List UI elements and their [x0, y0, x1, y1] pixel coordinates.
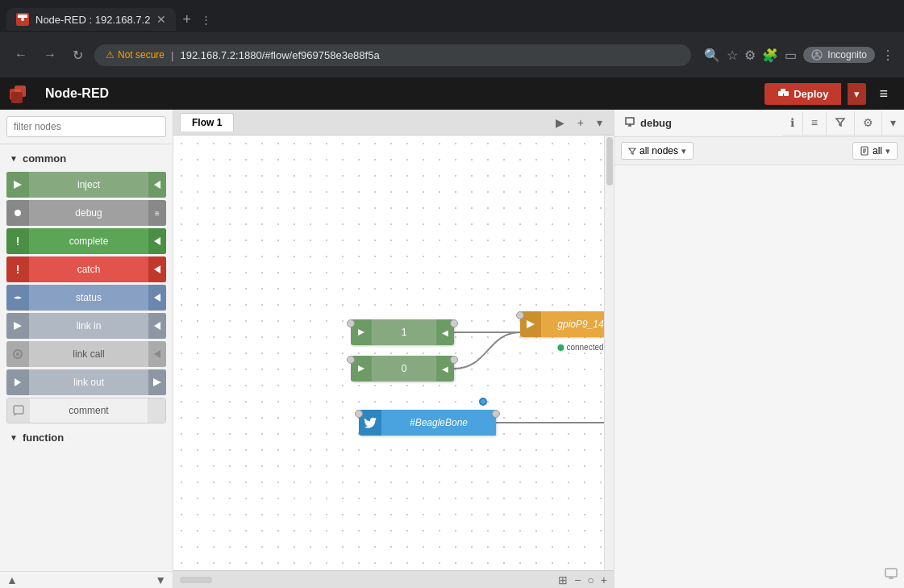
bookmark-icon[interactable]: ☆ [727, 48, 738, 63]
node-item-link-call[interactable]: link call [6, 341, 166, 367]
tab-more-btn[interactable]: ⋮ [198, 10, 215, 29]
flow-node-inject1[interactable]: 1 ◀ [351, 319, 454, 345]
settings-icon[interactable]: ⚙ [744, 48, 756, 63]
browser-tab[interactable]: Node-RED : 192.168.7.2 ✕ [6, 8, 176, 31]
extensions-icon[interactable]: 🧩 [762, 48, 778, 63]
link-out-right-icon [148, 369, 166, 395]
scroll-up-btn[interactable]: ▲ [6, 573, 18, 586]
scroll-down-btn[interactable]: ▼ [155, 573, 166, 586]
node-item-link-out[interactable]: link out [6, 369, 166, 395]
node-item-catch[interactable]: ! catch [6, 256, 166, 282]
address-bar[interactable]: ⚠ Not secure | 192.168.7.2:1880/#flow/ef… [94, 44, 691, 66]
start-flow-btn[interactable]: ▶ [551, 115, 569, 131]
tab-close-btn[interactable]: ✕ [156, 13, 166, 26]
deploy-dropdown-btn[interactable]: ▾ [848, 83, 866, 105]
svg-marker-21 [154, 350, 160, 358]
filter-dropdown-arrow: ▾ [681, 146, 686, 156]
clear-label: all [873, 145, 882, 156]
forward-btn[interactable]: → [39, 43, 61, 67]
category-function-label: function [23, 432, 64, 444]
refresh-btn[interactable]: ↻ [68, 43, 88, 68]
svg-marker-23 [153, 378, 161, 386]
debug-panel: debug ℹ ≡ ⚙ ▾ all nodes ▾ [614, 110, 904, 588]
complete-icon: ! [6, 228, 29, 254]
debug-panel-icon [624, 116, 635, 130]
canvas-scroll-v[interactable] [604, 136, 614, 570]
svg-marker-26 [358, 329, 365, 336]
flow-node-inject0[interactable]: 0 ◀ [351, 356, 454, 382]
twitter-label: #BeagleBone [381, 410, 496, 436]
svg-marker-12 [154, 181, 160, 189]
debug-panel-header: debug ℹ ≡ ⚙ ▾ [614, 110, 904, 137]
twitter-port-left [355, 410, 363, 418]
node-item-complete[interactable]: ! complete [6, 228, 166, 254]
canvas-scroll-v-thumb [606, 137, 613, 186]
node-item-debug[interactable]: debug ≡ [6, 200, 166, 226]
debug-info-btn[interactable]: ℹ [782, 111, 803, 135]
flow-node-gpio[interactable]: gpioP9_14 connected [520, 311, 614, 337]
filter-label: all nodes [639, 145, 678, 156]
fit-view-btn[interactable]: ⊞ [558, 573, 568, 586]
link-in-icon [6, 313, 29, 339]
flow-node-twitter[interactable]: #BeagleBone [359, 410, 496, 436]
flow-canvas[interactable]: 1 ◀ 0 ◀ [173, 136, 614, 570]
menu-icon[interactable]: ⋮ [881, 48, 894, 63]
category-function: ▼ function [6, 427, 166, 448]
gpio-label: gpioP9_14 [541, 311, 614, 337]
node-item-link-in[interactable]: link in [6, 313, 166, 339]
complete-label: complete [29, 228, 148, 254]
zoom-in-btn[interactable]: + [601, 573, 607, 586]
filter-nodes-input[interactable] [6, 116, 166, 137]
svg-marker-28 [527, 320, 535, 328]
svg-marker-14 [154, 237, 160, 245]
debug-dropdown-btn[interactable]: ▾ [882, 111, 904, 135]
inject-right-icon [148, 172, 166, 198]
search-icon[interactable]: 🔍 [704, 48, 720, 63]
flow-menu-btn[interactable]: ▾ [592, 115, 607, 131]
app: Node-RED Deploy ▾ ≡ ▼ common [0, 77, 904, 588]
clear-debug-btn[interactable]: all ▾ [852, 142, 898, 160]
svg-rect-24 [14, 406, 23, 414]
hamburger-menu-btn[interactable]: ≡ [873, 82, 894, 106]
svg-rect-10 [781, 89, 785, 94]
canvas-scroll-h[interactable] [180, 577, 212, 583]
zoom-out-btn[interactable]: − [574, 573, 581, 586]
inject-label: inject [29, 172, 148, 198]
link-in-label: link in [29, 313, 148, 339]
filter-all-nodes-btn[interactable]: all nodes ▾ [621, 142, 694, 160]
svg-point-20 [16, 352, 19, 356]
debug-list-btn[interactable]: ≡ [803, 111, 827, 135]
svg-marker-16 [154, 294, 160, 302]
flow-area: Flow 1 ▶ + ▾ [173, 110, 614, 588]
add-flow-btn[interactable]: + [573, 115, 589, 131]
debug-filter2-btn[interactable] [827, 111, 855, 135]
category-common-header[interactable]: ▼ common [6, 148, 166, 169]
url-text: 192.168.7.2:1880/#flow/ef969758e3e88f5a [180, 49, 379, 61]
node-item-comment[interactable]: comment [6, 398, 166, 423]
node-item-status[interactable]: status [6, 285, 166, 311]
clear-dropdown-arrow: ▾ [885, 146, 890, 156]
deploy-button[interactable]: Deploy [764, 83, 841, 105]
logo-icon [10, 85, 39, 102]
reader-mode-icon[interactable]: ▭ [785, 48, 797, 63]
category-arrow-function: ▼ [10, 433, 18, 442]
svg-rect-38 [885, 569, 897, 577]
link-call-right-icon [148, 341, 166, 367]
tab-title: Node-RED : 192.168.7.2 [35, 14, 150, 26]
debug-icon-sidebar [6, 200, 29, 226]
svg-marker-27 [358, 365, 365, 372]
comment-label: comment [30, 398, 148, 423]
sidebar-scroll-btns: ▲ ▼ [0, 571, 173, 588]
node-item-inject[interactable]: inject [6, 172, 166, 198]
sidebar: ▼ common inject [0, 110, 173, 588]
main-content: ▼ common inject [0, 110, 904, 588]
back-btn[interactable]: ← [10, 43, 32, 67]
svg-rect-7 [11, 92, 23, 103]
category-function-header[interactable]: ▼ function [6, 427, 166, 448]
debug-settings-btn[interactable]: ⚙ [855, 111, 882, 135]
flow-tab-1[interactable]: Flow 1 [180, 113, 234, 131]
svg-point-4 [815, 52, 819, 55]
comment-right-icon [148, 398, 165, 423]
new-tab-btn[interactable]: + [176, 8, 198, 31]
zoom-reset-btn[interactable]: ○ [587, 573, 594, 586]
